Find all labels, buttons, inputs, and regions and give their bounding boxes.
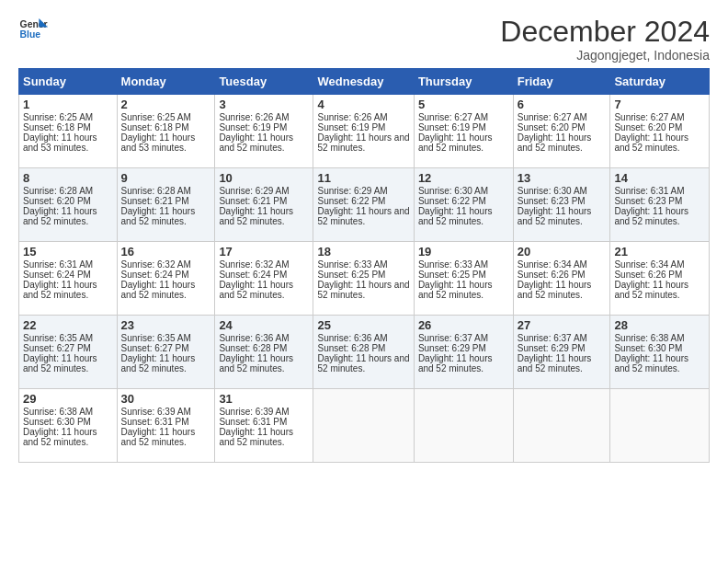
- day-info: Sunrise: 6:26 AMSunset: 6:19 PMDaylight:…: [317, 112, 409, 153]
- day-number: 26: [418, 318, 509, 332]
- day-info: Sunrise: 6:37 AMSunset: 6:29 PMDaylight:…: [418, 333, 493, 373]
- day-info: Sunrise: 6:28 AMSunset: 6:20 PMDaylight:…: [23, 186, 97, 226]
- logo: General Blue: [18, 17, 48, 42]
- col-sunday: Sunday: [19, 69, 118, 95]
- calendar-cell: 24Sunrise: 6:36 AMSunset: 6:28 PMDayligh…: [215, 316, 313, 389]
- calendar-cell: 2Sunrise: 6:25 AMSunset: 6:18 PMDaylight…: [117, 95, 215, 168]
- calendar-cell: 30Sunrise: 6:39 AMSunset: 6:31 PMDayligh…: [117, 389, 215, 463]
- calendar-cell: 11Sunrise: 6:29 AMSunset: 6:22 PMDayligh…: [313, 168, 414, 242]
- day-info: Sunrise: 6:31 AMSunset: 6:24 PMDaylight:…: [23, 259, 97, 300]
- day-info: Sunrise: 6:27 AMSunset: 6:20 PMDaylight:…: [518, 112, 592, 153]
- page: General Blue December 2024 Jagongjeget, …: [0, 0, 728, 563]
- calendar-cell: 18Sunrise: 6:33 AMSunset: 6:25 PMDayligh…: [313, 242, 414, 316]
- day-info: Sunrise: 6:36 AMSunset: 6:28 PMDaylight:…: [219, 333, 293, 373]
- day-info: Sunrise: 6:29 AMSunset: 6:22 PMDaylight:…: [317, 186, 409, 226]
- calendar-week-1: 1Sunrise: 6:25 AMSunset: 6:18 PMDaylight…: [19, 95, 710, 168]
- calendar-cell: 10Sunrise: 6:29 AMSunset: 6:21 PMDayligh…: [215, 168, 313, 242]
- col-saturday: Saturday: [610, 69, 710, 95]
- calendar-cell: [610, 389, 710, 463]
- calendar-cell: 13Sunrise: 6:30 AMSunset: 6:23 PMDayligh…: [513, 168, 610, 242]
- day-number: 24: [219, 318, 309, 332]
- day-number: 12: [418, 171, 509, 185]
- calendar-cell: 17Sunrise: 6:32 AMSunset: 6:24 PMDayligh…: [215, 242, 313, 316]
- day-info: Sunrise: 6:25 AMSunset: 6:18 PMDaylight:…: [23, 112, 97, 153]
- day-number: 19: [418, 245, 509, 259]
- calendar-cell: [313, 389, 414, 463]
- calendar-cell: 9Sunrise: 6:28 AMSunset: 6:21 PMDaylight…: [117, 168, 215, 242]
- header: General Blue December 2024 Jagongjeget, …: [18, 17, 710, 63]
- day-info: Sunrise: 6:39 AMSunset: 6:31 PMDaylight:…: [219, 407, 293, 447]
- calendar-cell: 3Sunrise: 6:26 AMSunset: 6:19 PMDaylight…: [215, 95, 313, 168]
- day-number: 6: [518, 98, 607, 111]
- col-thursday: Thursday: [414, 69, 513, 95]
- day-number: 3: [219, 98, 309, 111]
- svg-text:Blue: Blue: [20, 29, 41, 40]
- day-info: Sunrise: 6:29 AMSunset: 6:21 PMDaylight:…: [219, 186, 293, 226]
- day-number: 29: [23, 392, 113, 406]
- day-info: Sunrise: 6:35 AMSunset: 6:27 PMDaylight:…: [23, 333, 97, 373]
- calendar-cell: 29Sunrise: 6:38 AMSunset: 6:30 PMDayligh…: [19, 389, 118, 463]
- calendar-cell: 27Sunrise: 6:37 AMSunset: 6:29 PMDayligh…: [513, 316, 610, 389]
- day-number: 5: [418, 98, 509, 111]
- day-info: Sunrise: 6:36 AMSunset: 6:28 PMDaylight:…: [317, 333, 409, 373]
- calendar-cell: 14Sunrise: 6:31 AMSunset: 6:23 PMDayligh…: [610, 168, 710, 242]
- calendar-cell: 8Sunrise: 6:28 AMSunset: 6:20 PMDaylight…: [19, 168, 118, 242]
- day-number: 9: [121, 171, 211, 185]
- day-info: Sunrise: 6:32 AMSunset: 6:24 PMDaylight:…: [121, 259, 196, 300]
- day-info: Sunrise: 6:38 AMSunset: 6:30 PMDaylight:…: [614, 333, 688, 373]
- day-number: 13: [518, 171, 607, 185]
- calendar-week-5: 29Sunrise: 6:38 AMSunset: 6:30 PMDayligh…: [19, 389, 710, 463]
- calendar-week-2: 8Sunrise: 6:28 AMSunset: 6:20 PMDaylight…: [19, 168, 710, 242]
- day-info: Sunrise: 6:28 AMSunset: 6:21 PMDaylight:…: [121, 186, 196, 226]
- calendar-cell: [513, 389, 610, 463]
- day-number: 21: [614, 245, 705, 259]
- day-info: Sunrise: 6:39 AMSunset: 6:31 PMDaylight:…: [121, 407, 196, 447]
- day-info: Sunrise: 6:27 AMSunset: 6:19 PMDaylight:…: [418, 112, 493, 153]
- calendar-cell: 16Sunrise: 6:32 AMSunset: 6:24 PMDayligh…: [117, 242, 215, 316]
- day-info: Sunrise: 6:32 AMSunset: 6:24 PMDaylight:…: [219, 259, 293, 300]
- day-number: 4: [317, 98, 409, 111]
- day-info: Sunrise: 6:34 AMSunset: 6:26 PMDaylight:…: [518, 259, 592, 300]
- calendar-cell: 26Sunrise: 6:37 AMSunset: 6:29 PMDayligh…: [414, 316, 513, 389]
- day-info: Sunrise: 6:34 AMSunset: 6:26 PMDaylight:…: [614, 259, 688, 300]
- day-number: 20: [518, 245, 607, 259]
- day-number: 1: [23, 98, 113, 111]
- calendar-cell: 19Sunrise: 6:33 AMSunset: 6:25 PMDayligh…: [414, 242, 513, 316]
- day-number: 25: [317, 318, 409, 332]
- day-number: 8: [23, 171, 113, 185]
- calendar-cell: 21Sunrise: 6:34 AMSunset: 6:26 PMDayligh…: [610, 242, 710, 316]
- calendar-cell: 4Sunrise: 6:26 AMSunset: 6:19 PMDaylight…: [313, 95, 414, 168]
- day-number: 22: [23, 318, 113, 332]
- location: Jagongjeget, Indonesia: [500, 48, 710, 63]
- day-number: 14: [614, 171, 705, 185]
- day-number: 27: [518, 318, 607, 332]
- day-number: 18: [317, 245, 409, 259]
- calendar-cell: [414, 389, 513, 463]
- day-info: Sunrise: 6:35 AMSunset: 6:27 PMDaylight:…: [121, 333, 196, 373]
- day-number: 15: [23, 245, 113, 259]
- day-number: 16: [121, 245, 211, 259]
- calendar-week-4: 22Sunrise: 6:35 AMSunset: 6:27 PMDayligh…: [19, 316, 710, 389]
- col-friday: Friday: [513, 69, 610, 95]
- title-block: December 2024 Jagongjeget, Indonesia: [500, 17, 710, 63]
- calendar-cell: 22Sunrise: 6:35 AMSunset: 6:27 PMDayligh…: [19, 316, 118, 389]
- day-info: Sunrise: 6:27 AMSunset: 6:20 PMDaylight:…: [614, 112, 688, 153]
- month-title: December 2024: [500, 17, 710, 46]
- day-number: 7: [614, 98, 705, 111]
- day-info: Sunrise: 6:33 AMSunset: 6:25 PMDaylight:…: [418, 259, 493, 300]
- day-info: Sunrise: 6:26 AMSunset: 6:19 PMDaylight:…: [219, 112, 293, 153]
- calendar-cell: 31Sunrise: 6:39 AMSunset: 6:31 PMDayligh…: [215, 389, 313, 463]
- day-info: Sunrise: 6:30 AMSunset: 6:22 PMDaylight:…: [418, 186, 493, 226]
- day-info: Sunrise: 6:25 AMSunset: 6:18 PMDaylight:…: [121, 112, 196, 153]
- col-monday: Monday: [117, 69, 215, 95]
- day-info: Sunrise: 6:30 AMSunset: 6:23 PMDaylight:…: [518, 186, 592, 226]
- day-number: 23: [121, 318, 211, 332]
- day-number: 30: [121, 392, 211, 406]
- calendar-cell: 6Sunrise: 6:27 AMSunset: 6:20 PMDaylight…: [513, 95, 610, 168]
- col-wednesday: Wednesday: [313, 69, 414, 95]
- calendar-table: Sunday Monday Tuesday Wednesday Thursday…: [18, 68, 710, 463]
- col-tuesday: Tuesday: [215, 69, 313, 95]
- calendar-cell: 1Sunrise: 6:25 AMSunset: 6:18 PMDaylight…: [19, 95, 118, 168]
- calendar-cell: 12Sunrise: 6:30 AMSunset: 6:22 PMDayligh…: [414, 168, 513, 242]
- calendar-week-3: 15Sunrise: 6:31 AMSunset: 6:24 PMDayligh…: [19, 242, 710, 316]
